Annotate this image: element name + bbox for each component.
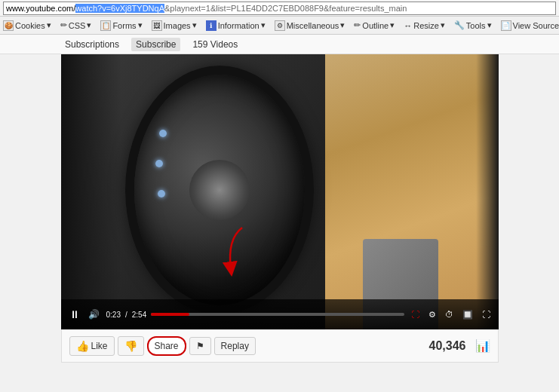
sub-nav: Subscriptions Subscribe 159 Videos [0, 35, 559, 54]
toolbar-misc[interactable]: ⚙ Miscellaneous ▾ [275, 20, 346, 31]
toolbar-outline-label: Outline [362, 21, 389, 30]
pause-button[interactable]: ⏸ [67, 307, 82, 322]
toolbar-css-label: CSS [69, 21, 86, 30]
toolbar-images[interactable]: 🖼 Images ▾ [152, 20, 197, 31]
toolbar-viewsource[interactable]: 📄 View Source ▾ [501, 20, 559, 31]
share-button-wrapper: Share [147, 336, 186, 356]
progress-fill [151, 313, 189, 316]
information-icon: ℹ [206, 20, 217, 31]
thumb-up-icon: 👍 [76, 340, 89, 352]
flag-icon-action: ⚑ [196, 341, 204, 351]
toolbar-outline[interactable]: ✏ Outline ▾ [354, 20, 395, 30]
timer-icon[interactable]: ⏱ [443, 310, 456, 319]
toolbar-cookies[interactable]: 🍪 Cookies ▾ [3, 20, 51, 31]
resize-icon: ↔ [404, 21, 412, 30]
volume-button[interactable]: 🔊 [87, 307, 102, 322]
video-player[interactable]: ⏸ 🔊 0:23 / 2:54 ⛶ ⚙ ⏱ 🔲 ⛶ [61, 54, 499, 329]
right-shadow [476, 54, 499, 329]
chevron-down-icon-5: ▾ [261, 20, 266, 30]
chevron-down-icon-9: ▾ [487, 20, 492, 30]
css-pencil-icon: ✏ [60, 20, 67, 30]
chevron-down-icon-6: ▾ [340, 20, 345, 30]
chevron-down-icon-8: ▾ [441, 20, 445, 30]
toolbar-resize[interactable]: ↔ Resize ▾ [404, 20, 445, 30]
cookies-icon: 🍪 [3, 20, 14, 31]
url-box[interactable]: www.youtube.com/watch?v=6vXj8TYDNqA&play… [3, 2, 556, 15]
fullscreen-icon[interactable]: ⛶ [480, 310, 493, 319]
main-content: ⏸ 🔊 0:23 / 2:54 ⛶ ⚙ ⏱ 🔲 ⛶ 👍 Like 👎 Share [0, 54, 559, 363]
share-label: Share [155, 341, 179, 351]
toolbar-images-label: Images [164, 21, 191, 30]
video-scene [61, 54, 499, 329]
flag-icon[interactable]: ⛶ [409, 310, 422, 319]
toolbar-tools-label: Tools [466, 21, 486, 30]
total-time: 2:54 [132, 311, 146, 319]
toolbar-resize-label: Resize [413, 21, 439, 30]
toolbar-information[interactable]: ℹ Information ▾ [206, 20, 266, 31]
toolbar-tools[interactable]: 🔧 Tools ▾ [454, 20, 492, 30]
sub-nav-videos[interactable]: 159 Videos [188, 38, 242, 51]
sub-nav-subscriptions[interactable]: Subscriptions [60, 38, 124, 51]
url-prefix: www.youtube.com/ [6, 4, 75, 13]
sub-nav-subscribe[interactable]: Subscribe [131, 38, 180, 51]
flag-button[interactable]: ⚑ [189, 337, 211, 355]
chevron-down-icon-2: ▾ [87, 20, 91, 30]
toolbar-forms[interactable]: 📋 Forms ▾ [100, 20, 142, 31]
stats-chart-icon[interactable]: 📊 [475, 338, 490, 353]
speaker-dot-3 [158, 190, 165, 198]
url-suffix: &playnext=1&list=PL1E4DD2C7EBD088F9&feat… [164, 4, 407, 13]
red-arrow-annotation [212, 224, 257, 284]
share-button[interactable]: Share [147, 336, 186, 356]
toolbar-misc-label: Miscellaneous [287, 21, 339, 30]
speaker-dot-2 [155, 160, 163, 167]
chevron-down-icon: ▾ [47, 20, 51, 30]
thumb-down-icon: 👎 [124, 340, 137, 352]
view-count: 40,346 [429, 339, 466, 353]
toolbar-viewsource-label: View Source [513, 21, 559, 30]
forms-icon: 📋 [100, 20, 111, 31]
tools-icon: 🔧 [454, 20, 465, 30]
speaker-inner [189, 160, 250, 220]
chevron-down-icon-3: ▾ [138, 20, 143, 30]
left-shadow [61, 54, 121, 329]
address-bar: www.youtube.com/watch?v=6vXj8TYDNqA&play… [0, 0, 559, 17]
current-time: 0:23 [106, 311, 121, 319]
chevron-down-icon-4: ▾ [192, 20, 197, 30]
url-highlight: watch?v=6vXj8TYDNqA [75, 4, 164, 13]
toolbar-forms-label: Forms [112, 21, 136, 30]
progress-bar[interactable] [151, 313, 404, 316]
outline-icon: ✏ [354, 20, 361, 30]
time-separator: / [125, 311, 127, 319]
settings-icon[interactable]: ⚙ [426, 310, 438, 320]
toolbar: 🍪 Cookies ▾ ✏ CSS ▾ 📋 Forms ▾ 🖼 Images ▾… [0, 17, 559, 35]
like-label: Like [91, 341, 108, 351]
miniplayer-icon[interactable]: 🔲 [460, 310, 475, 320]
action-bar: 👍 Like 👎 Share ⚑ Replay 40,346 📊 [61, 329, 499, 363]
speaker-dot-1 [159, 130, 167, 137]
replay-button[interactable]: Replay [214, 337, 256, 355]
dislike-button[interactable]: 👎 [118, 336, 144, 356]
replay-label: Replay [221, 341, 249, 351]
toolbar-information-label: Information [218, 21, 260, 30]
toolbar-css[interactable]: ✏ CSS ▾ [60, 20, 92, 30]
images-icon: 🖼 [152, 20, 162, 31]
toolbar-cookies-label: Cookies [15, 21, 45, 30]
misc-icon: ⚙ [275, 20, 285, 31]
like-button[interactable]: 👍 Like [69, 336, 115, 356]
chevron-down-icon-7: ▾ [390, 20, 395, 30]
viewsource-icon: 📄 [501, 20, 511, 31]
video-controls-bar: ⏸ 🔊 0:23 / 2:54 ⛶ ⚙ ⏱ 🔲 ⛶ [61, 299, 499, 329]
